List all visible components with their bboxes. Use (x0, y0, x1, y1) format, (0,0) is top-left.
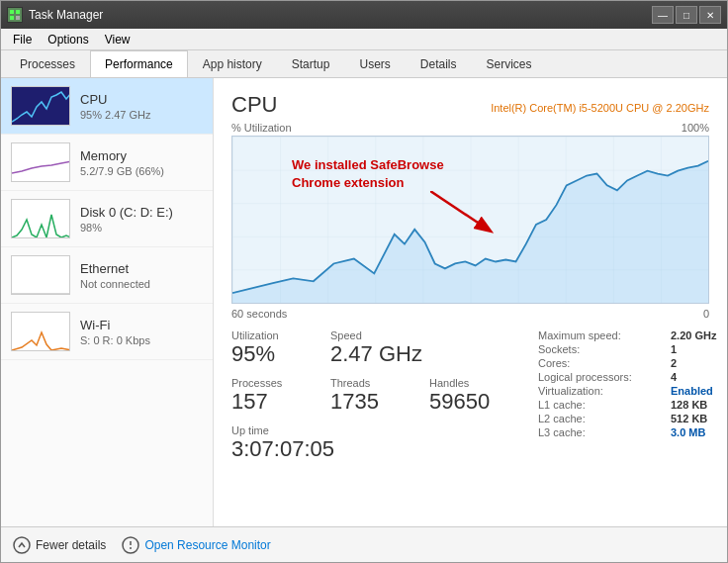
close-button[interactable]: ✕ (699, 6, 721, 24)
handles-value: 59650 (429, 389, 508, 415)
eth-sidebar-value: Not connected (80, 278, 203, 290)
detail-row-4: Virtualization: Enabled (538, 385, 727, 397)
threads-value: 1735 (330, 389, 410, 415)
tab-details[interactable]: Details (406, 50, 472, 77)
detail-row-0: Maximum speed: 2.20 GHz (538, 329, 727, 341)
handles-label: Handles (429, 377, 508, 389)
detail-val-0: 2.20 GHz (671, 329, 716, 341)
svg-rect-6 (12, 256, 70, 295)
detail-val-3: 4 (671, 371, 677, 383)
processes-value: 157 (231, 389, 311, 415)
menu-file[interactable]: File (5, 31, 40, 47)
minimize-button[interactable]: — (652, 6, 674, 24)
tab-performance[interactable]: Performance (90, 50, 188, 77)
uptime-label: Up time (231, 424, 508, 436)
svg-rect-0 (10, 10, 14, 14)
detail-key-0: Maximum speed: (538, 329, 667, 341)
detail-row-6: L2 cache: 512 KB (538, 413, 727, 424)
processes-label: Processes (231, 377, 311, 389)
main-stats-area: Utilization 95% Speed 2.47 GHz Processes… (231, 329, 709, 472)
sidebar-item-wifi[interactable]: Wi-Fi S: 0 R: 0 Kbps (1, 304, 213, 360)
stat-handles: Handles 59650 (429, 377, 508, 415)
utilization-value: 95% (231, 341, 311, 367)
tab-services[interactable]: Services (472, 50, 547, 77)
stats-row-2: Processes 157 Threads 1735 Handles 59650 (231, 377, 508, 415)
open-resource-monitor-button[interactable]: Open Resource Monitor (122, 536, 270, 554)
maximize-button[interactable]: □ (676, 6, 697, 24)
sidebar-item-ethernet[interactable]: Ethernet Not connected (1, 247, 213, 304)
fewer-details-icon (13, 536, 31, 554)
cpu-model: Intel(R) Core(TM) i5-5200U CPU @ 2.20GHz (491, 102, 709, 114)
fewer-details-label: Fewer details (36, 538, 106, 552)
app-icon (7, 7, 23, 23)
main-header: CPU Intel(R) Core(TM) i5-5200U CPU @ 2.2… (231, 92, 709, 118)
open-resource-monitor-label: Open Resource Monitor (144, 538, 270, 552)
disk-mini-graph (11, 199, 70, 238)
detail-val-4: Enabled (671, 385, 713, 397)
annotation-arrow (430, 191, 509, 240)
sidebar-item-cpu[interactable]: CPU 95% 2.47 GHz (1, 78, 213, 135)
fewer-details-button[interactable]: Fewer details (13, 536, 106, 554)
detail-key-6: L2 cache: (538, 413, 667, 424)
cpu-sidebar-name: CPU (80, 92, 203, 107)
detail-key-2: Cores: (538, 357, 667, 369)
cpu-sidebar-info: CPU 95% 2.47 GHz (80, 92, 203, 121)
detail-val-5: 128 KB (671, 399, 707, 411)
title-bar-left: Task Manager (7, 7, 103, 23)
stat-threads: Threads 1735 (330, 377, 410, 415)
svg-rect-3 (16, 16, 20, 20)
resource-monitor-icon (122, 536, 139, 554)
mem-sidebar-value: 5.2/7.9 GB (66%) (80, 165, 203, 177)
detail-row-1: Sockets: 1 (538, 343, 727, 355)
tab-startup[interactable]: Startup (277, 50, 345, 77)
left-stats: Utilization 95% Speed 2.47 GHz Processes… (231, 329, 508, 472)
tab-users[interactable]: Users (344, 50, 405, 77)
cpu-chart: We installed SafeBrowseChrome extension (231, 136, 709, 304)
utilization-label: Utilization (231, 329, 311, 341)
tab-processes[interactable]: Processes (5, 50, 90, 77)
stats-row-1: Utilization 95% Speed 2.47 GHz (231, 329, 508, 367)
chart-time-start: 60 seconds (231, 308, 287, 320)
right-detail: Maximum speed: 2.20 GHz Sockets: 1 Cores… (538, 329, 727, 472)
svg-point-12 (14, 537, 30, 553)
speed-value: 2.47 GHz (330, 341, 422, 367)
sidebar-item-memory[interactable]: Memory 5.2/7.9 GB (66%) (1, 135, 213, 191)
tab-bar: Processes Performance App history Startu… (1, 50, 727, 78)
eth-sidebar-info: Ethernet Not connected (80, 261, 203, 290)
uptime-value: 3:07:07:05 (231, 436, 508, 462)
svg-rect-1 (16, 10, 20, 14)
cpu-sidebar-value: 95% 2.47 GHz (80, 109, 203, 121)
mem-mini-graph (11, 142, 70, 182)
svg-rect-5 (12, 200, 70, 238)
wifi-sidebar-info: Wi-Fi S: 0 R: 0 Kbps (80, 318, 203, 346)
wifi-sidebar-name: Wi-Fi (80, 318, 203, 332)
chart-time-row: 60 seconds 0 (231, 308, 709, 320)
chart-label-row: % Utilization 100% (231, 122, 709, 134)
detail-val-2: 2 (671, 357, 677, 369)
disk-sidebar-value: 98% (80, 222, 203, 234)
tab-app-history[interactable]: App history (188, 50, 277, 77)
sidebar: CPU 95% 2.47 GHz Memory 5.2/7.9 GB (66%) (1, 78, 214, 526)
detail-key-3: Logical processors: (538, 371, 667, 383)
sidebar-item-disk[interactable]: Disk 0 (C: D: E:) 98% (1, 191, 213, 247)
chart-y-label: % Utilization (231, 122, 292, 134)
wifi-sidebar-value: S: 0 R: 0 Kbps (80, 334, 203, 346)
threads-label: Threads (330, 377, 410, 389)
disk-sidebar-info: Disk 0 (C: D: E:) 98% (80, 205, 203, 234)
eth-mini-graph (11, 255, 70, 295)
eth-sidebar-name: Ethernet (80, 261, 203, 276)
task-manager-window: Task Manager — □ ✕ File Options View Pro… (0, 0, 728, 563)
title-bar-controls: — □ ✕ (652, 6, 721, 24)
uptime-section: Up time 3:07:07:05 (231, 424, 508, 462)
main-title: CPU (231, 92, 277, 118)
detail-row-3: Logical processors: 4 (538, 371, 727, 383)
menu-bar: File Options View (1, 29, 727, 50)
mem-sidebar-name: Memory (80, 148, 203, 163)
menu-view[interactable]: View (97, 31, 138, 47)
detail-table: Maximum speed: 2.20 GHz Sockets: 1 Cores… (538, 329, 727, 438)
main-content: CPU 95% 2.47 GHz Memory 5.2/7.9 GB (66%) (1, 78, 727, 526)
detail-key-7: L3 cache: (538, 426, 667, 438)
detail-val-6: 512 KB (671, 413, 707, 424)
detail-key-4: Virtualization: (538, 385, 667, 397)
menu-options[interactable]: Options (40, 31, 96, 47)
